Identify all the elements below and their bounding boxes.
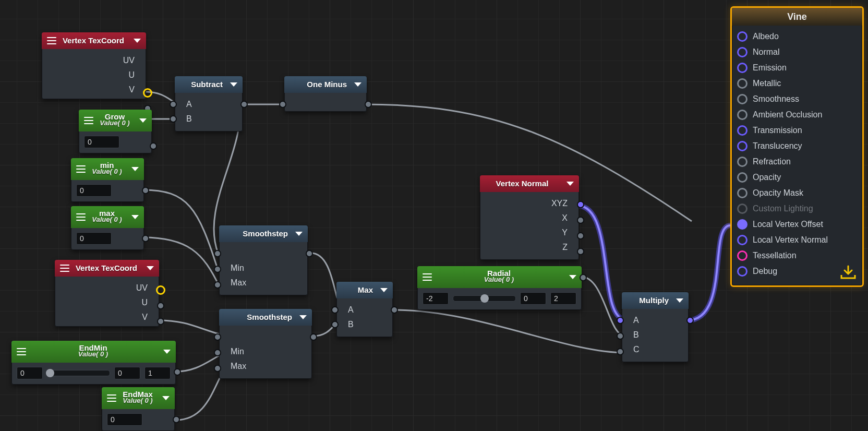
- port-in-main[interactable]: [214, 250, 221, 257]
- node-vertex-texcoord-1[interactable]: Vertex TexCoord UV U V: [42, 32, 146, 99]
- node-header[interactable]: Multiply: [622, 292, 689, 309]
- chevron-down-icon[interactable]: [131, 167, 139, 171]
- node-header[interactable]: EndMin Value( 0 ): [11, 341, 176, 363]
- node-header[interactable]: Grow Value( 0 ): [79, 110, 152, 131]
- port-out-uv[interactable]: [156, 285, 165, 295]
- node-min[interactable]: min Value( 0 ): [71, 158, 144, 202]
- port-icon[interactable]: [737, 47, 748, 57]
- master-port-tessellation[interactable]: Tessellation: [737, 248, 857, 264]
- node-header[interactable]: Vertex Normal: [480, 175, 579, 192]
- node-max[interactable]: Max A B: [336, 282, 393, 337]
- chevron-down-icon[interactable]: [354, 82, 361, 87]
- node-header[interactable]: max Value( 0 ): [71, 206, 144, 228]
- port-out[interactable]: [174, 368, 181, 376]
- node-one-minus[interactable]: One Minus: [284, 76, 367, 112]
- port-out-v[interactable]: [157, 318, 164, 325]
- port-out[interactable]: [173, 416, 180, 423]
- node-smoothstep-2[interactable]: Smoothstep Min Max: [219, 309, 312, 379]
- port-icon[interactable]: [737, 110, 748, 120]
- port-icon[interactable]: [737, 266, 748, 277]
- chevron-down-icon[interactable]: [380, 288, 388, 292]
- port-icon[interactable]: [737, 235, 748, 245]
- port-out-u[interactable]: [157, 302, 164, 309]
- value-field[interactable]: [76, 232, 112, 245]
- port-icon[interactable]: [737, 172, 748, 183]
- node-header[interactable]: Smoothstep: [219, 225, 308, 242]
- port-in-a[interactable]: [170, 101, 177, 108]
- node-header[interactable]: Subtract: [175, 76, 243, 93]
- node-radial[interactable]: Radial Value( 0 ): [417, 266, 582, 310]
- port-in-c[interactable]: [617, 348, 624, 355]
- menu-icon[interactable]: [47, 37, 56, 44]
- chevron-down-icon[interactable]: [230, 82, 237, 87]
- node-header[interactable]: Smoothstep: [219, 309, 312, 326]
- menu-icon[interactable]: [76, 213, 86, 221]
- master-port-metallic[interactable]: Metallic: [737, 76, 857, 91]
- port-out-x[interactable]: [577, 217, 584, 224]
- master-port-translucency[interactable]: Translucency: [737, 138, 857, 154]
- value-field[interactable]: [107, 413, 142, 426]
- value-field[interactable]: [76, 184, 112, 197]
- chevron-down-icon[interactable]: [131, 215, 139, 219]
- node-subtract[interactable]: Subtract A B: [175, 76, 243, 131]
- node-vertex-normal[interactable]: Vertex Normal XYZ X Y Z: [480, 175, 579, 260]
- port-out[interactable]: [150, 142, 157, 150]
- chevron-down-icon[interactable]: [299, 315, 307, 319]
- menu-icon[interactable]: [84, 117, 93, 124]
- port-in-b[interactable]: [331, 321, 339, 328]
- menu-icon[interactable]: [76, 165, 86, 173]
- node-max-param[interactable]: max Value( 0 ): [71, 206, 144, 250]
- port-icon[interactable]: [737, 203, 748, 214]
- port-out-uv[interactable]: [143, 88, 152, 98]
- node-endmax[interactable]: EndMax Value( 0 ): [102, 387, 175, 431]
- port-out[interactable]: [365, 101, 372, 108]
- port-icon[interactable]: [737, 188, 748, 198]
- port-out[interactable]: [310, 333, 317, 341]
- chevron-down-icon[interactable]: [676, 298, 683, 303]
- port-icon[interactable]: [737, 157, 748, 167]
- value-mid[interactable]: [114, 367, 140, 379]
- port-in-main[interactable]: [214, 333, 221, 341]
- chevron-down-icon[interactable]: [147, 266, 154, 270]
- node-smoothstep-1[interactable]: Smoothstep Min Max: [219, 225, 308, 295]
- value-hi[interactable]: [550, 292, 576, 305]
- master-port-custom-lighting[interactable]: Custom Lighting: [737, 201, 857, 217]
- menu-icon[interactable]: [60, 265, 69, 272]
- port-out-z[interactable]: [577, 248, 584, 255]
- master-port-transmission[interactable]: Transmission: [737, 123, 857, 138]
- node-vertex-texcoord-2[interactable]: Vertex TexCoord UV U V: [55, 260, 159, 327]
- download-icon[interactable]: [839, 265, 857, 280]
- node-header[interactable]: Radial Value( 0 ): [417, 266, 582, 288]
- port-out[interactable]: [391, 306, 398, 314]
- port-in-a[interactable]: [617, 317, 624, 324]
- node-header[interactable]: Vertex TexCoord: [42, 32, 146, 49]
- port-icon[interactable]: [737, 78, 748, 89]
- port-in-a[interactable]: [331, 306, 339, 314]
- master-port-refraction[interactable]: Refraction: [737, 154, 857, 170]
- chevron-down-icon[interactable]: [566, 182, 574, 186]
- port-icon[interactable]: [737, 141, 748, 151]
- port-out-xyz[interactable]: [577, 201, 584, 208]
- node-header[interactable]: min Value( 0 ): [71, 158, 144, 180]
- chevron-down-icon[interactable]: [162, 396, 170, 400]
- menu-icon[interactable]: [423, 273, 432, 281]
- port-icon[interactable]: [737, 250, 748, 261]
- node-header[interactable]: Vertex TexCoord: [55, 260, 159, 277]
- node-header[interactable]: Max: [336, 282, 393, 298]
- value-lo[interactable]: [423, 292, 449, 305]
- port-out[interactable]: [686, 317, 694, 324]
- node-multiply[interactable]: Multiply A B C: [622, 292, 689, 362]
- port-in[interactable]: [279, 101, 286, 108]
- chevron-down-icon[interactable]: [134, 39, 141, 43]
- node-header[interactable]: One Minus: [284, 76, 367, 93]
- port-out[interactable]: [142, 235, 149, 242]
- port-out[interactable]: [580, 274, 587, 281]
- port-icon[interactable]: [737, 31, 748, 42]
- master-port-opacity-mask[interactable]: Opacity Mask: [737, 185, 857, 201]
- port-out[interactable]: [306, 250, 313, 257]
- port-out[interactable]: [142, 187, 149, 194]
- master-port-local-vertex-normal[interactable]: Local Vertex Normal: [737, 232, 857, 248]
- master-port-albedo[interactable]: Albedo: [737, 29, 857, 44]
- menu-icon[interactable]: [17, 348, 26, 355]
- master-port-local-vertex-offset[interactable]: Local Vertex Offset: [737, 217, 857, 232]
